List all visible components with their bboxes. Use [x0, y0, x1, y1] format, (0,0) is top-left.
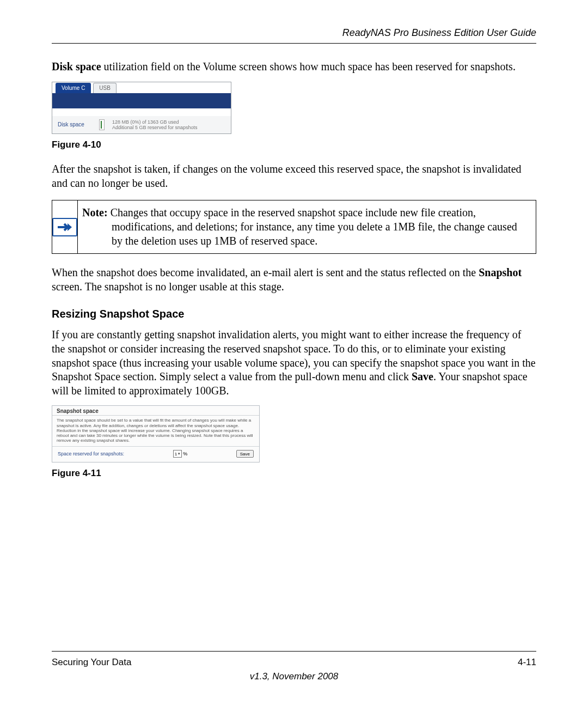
- bottom-rule: [52, 651, 536, 652]
- disk-space-bar: [99, 119, 105, 130]
- after-snapshot-paragraph: After the snapshot is taken, if changes …: [52, 162, 536, 190]
- disk-space-row: Disk space 128 MB (0%) of 1363 GB used A…: [52, 116, 231, 134]
- chevron-down-icon: ▾: [178, 452, 180, 456]
- invalidated-post: screen. The snapshot is no longer usable…: [52, 281, 284, 293]
- intro-rest: utilization field on the Volume screen s…: [101, 60, 516, 72]
- disk-space-label: Disk space: [58, 121, 91, 127]
- blue-bar: [52, 93, 231, 108]
- arrow-right-icon: [52, 218, 77, 236]
- note-text: Note: Changes that occupy space in the r…: [78, 200, 536, 253]
- intro-bold: Disk space: [52, 60, 101, 72]
- note-label: Note:: [82, 206, 108, 218]
- top-rule: [52, 43, 536, 44]
- snapshot-space-title: Snapshot space: [52, 406, 259, 416]
- figure-4-11-caption: Figure 4-11: [52, 468, 536, 479]
- invalidated-paragraph: When the snapshot does become invalidate…: [52, 266, 536, 294]
- figure-4-10-caption: Figure 4-10: [52, 139, 536, 150]
- space-reserved-label: Space reserved for snapshots:: [58, 451, 124, 457]
- tab-usb[interactable]: USB: [93, 83, 117, 93]
- page-footer: Securing Your Data 4-11 v1.3, November 2…: [52, 651, 536, 682]
- footer-section: Securing Your Data: [52, 657, 132, 668]
- invalidated-bold: Snapshot: [479, 266, 522, 278]
- figure-4-10-screenshot: Volume C USB Disk space 128 MB (0%) of 1…: [52, 82, 231, 135]
- tab-volume-c[interactable]: Volume C: [56, 83, 91, 93]
- snapshot-space-description: The snapshot space should be set to a va…: [52, 416, 259, 446]
- running-header: ReadyNAS Pro Business Edition User Guide: [52, 27, 536, 39]
- usage-line2: Additional 5 GB reserved for snapshots: [112, 125, 198, 130]
- usage-line1: 128 MB (0%) of 1363 GB used: [112, 119, 198, 125]
- note-body: Changes that occupy space in the reserve…: [108, 206, 517, 246]
- resizing-paragraph: If you are constantly getting snapshot i…: [52, 328, 536, 398]
- tab-bar: Volume C USB: [52, 82, 231, 93]
- white-strip: [52, 108, 231, 116]
- footer-version: v1.3, November 2008: [52, 671, 536, 682]
- select-value: 1: [175, 452, 177, 457]
- note-icon-cell: [52, 200, 78, 253]
- note-box: Note: Changes that occupy space in the r…: [52, 200, 536, 254]
- disk-space-desc: 128 MB (0%) of 1363 GB used Additional 5…: [112, 119, 198, 131]
- invalidated-pre: When the snapshot does become invalidate…: [52, 266, 479, 278]
- percent-label: %: [183, 451, 187, 457]
- resizing-heading: Resizing Snapshot Space: [52, 308, 536, 320]
- snapshot-space-row: Space reserved for snapshots: 1 ▾ % Save: [52, 446, 259, 462]
- space-reserved-select[interactable]: 1 ▾ %: [173, 450, 187, 458]
- footer-page-number: 4-11: [518, 657, 536, 668]
- intro-paragraph: Disk space utilization field on the Volu…: [52, 60, 536, 74]
- save-button[interactable]: Save: [236, 450, 254, 458]
- figure-4-11-screenshot: Snapshot space The snapshot space should…: [52, 405, 260, 462]
- resize-bold: Save: [412, 370, 433, 382]
